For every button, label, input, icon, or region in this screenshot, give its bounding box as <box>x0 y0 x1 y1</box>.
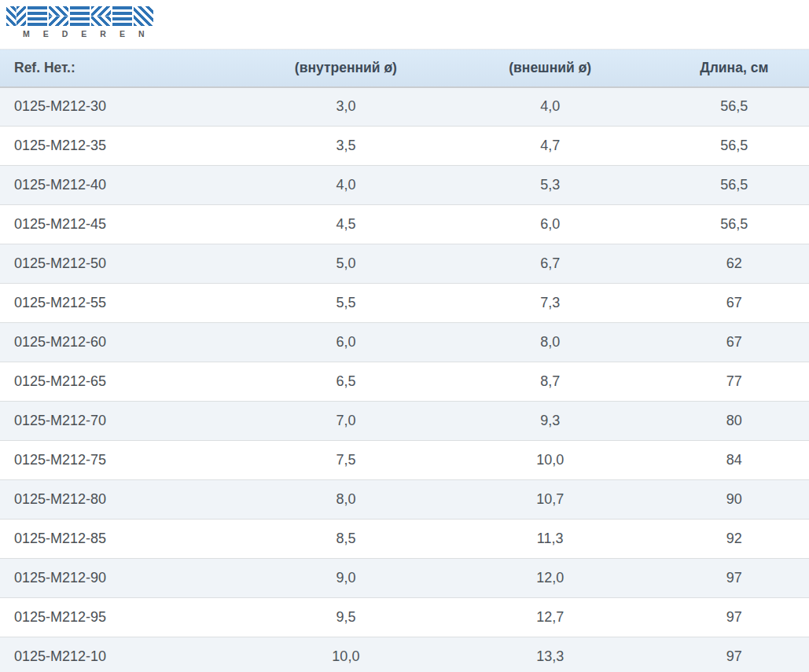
outer-diameter-cell: 12,7 <box>441 598 660 637</box>
outer-diameter-cell: 4,0 <box>441 87 660 127</box>
logo-tiles <box>6 6 809 26</box>
table-row: 0125-M212-303,04,056,5 <box>0 87 809 127</box>
outer-diameter-cell: 13,3 <box>441 637 660 672</box>
inner-diameter-cell: 6,5 <box>251 362 441 402</box>
inner-diameter-cell: 9,0 <box>251 559 441 598</box>
table-row: 0125-M212-656,58,777 <box>0 362 809 402</box>
table-row: 0125-M212-505,06,762 <box>0 244 809 284</box>
inner-diameter-cell: 5,0 <box>251 244 441 284</box>
logo-tile-d-icon <box>49 6 68 26</box>
table-header-row: Ref. Нет.: (внутренний ø) (внешний ø) Дл… <box>0 50 809 87</box>
table-row: 0125-M212-808,010,790 <box>0 480 809 520</box>
length-cell: 92 <box>660 520 809 559</box>
brand-header: MEDEREN <box>0 0 809 49</box>
inner-diameter-cell: 4,5 <box>251 205 441 244</box>
table-row: 0125-M212-707,09,380 <box>0 402 809 441</box>
outer-diameter-cell: 6,7 <box>441 244 660 284</box>
catalog-page: MEDEREN Ref. Нет.: (внутренний ø) (внешн… <box>0 0 809 672</box>
ref-cell: 0125-M212-75 <box>0 441 251 480</box>
outer-diameter-cell: 5,3 <box>441 166 660 205</box>
table-row: 0125-M212-454,56,056,5 <box>0 205 809 244</box>
ref-cell: 0125-M212-60 <box>0 323 251 362</box>
length-cell: 80 <box>660 402 809 441</box>
brand-name: MEDEREN <box>23 29 809 39</box>
table-row: 0125-M212-757,510,084 <box>0 441 809 480</box>
ref-cell: 0125-M212-50 <box>0 244 251 284</box>
table-body: 0125-M212-303,04,056,50125-M212-353,54,7… <box>0 87 809 672</box>
table-row: 0125-M212-404,05,356,5 <box>0 166 809 205</box>
inner-diameter-cell: 8,5 <box>251 520 441 559</box>
length-cell: 62 <box>660 244 809 284</box>
inner-diameter-cell: 5,5 <box>251 284 441 323</box>
table-row: 0125-M212-909,012,097 <box>0 559 809 598</box>
col-header-inner-diameter: (внутренний ø) <box>251 50 441 87</box>
ref-cell: 0125-M212-90 <box>0 559 251 598</box>
ref-cell: 0125-M212-80 <box>0 480 251 520</box>
table-row: 0125-M212-959,512,797 <box>0 598 809 637</box>
logo-tile-m-icon <box>6 6 26 26</box>
inner-diameter-cell: 9,5 <box>251 598 441 637</box>
table-row: 0125-M212-555,57,367 <box>0 284 809 323</box>
col-header-length: Длина, см <box>660 50 809 87</box>
logo-tile-e-icon <box>112 6 132 26</box>
length-cell: 56,5 <box>660 205 809 244</box>
length-cell: 56,5 <box>660 127 809 166</box>
mederen-logo: MEDEREN <box>6 6 809 39</box>
table-row: 0125-M212-858,511,392 <box>0 520 809 559</box>
table-row: 0125-M212-353,54,756,5 <box>0 127 809 166</box>
outer-diameter-cell: 10,0 <box>441 441 660 480</box>
inner-diameter-cell: 10,0 <box>251 637 441 672</box>
length-cell: 67 <box>660 323 809 362</box>
ref-cell: 0125-M212-65 <box>0 362 251 402</box>
length-cell: 90 <box>660 480 809 520</box>
length-cell: 84 <box>660 441 809 480</box>
ref-cell: 0125-M212-35 <box>0 127 251 166</box>
logo-tile-n-icon <box>134 6 153 26</box>
length-cell: 77 <box>660 362 809 402</box>
ref-cell: 0125-M212-45 <box>0 205 251 244</box>
col-header-outer-diameter: (внешний ø) <box>441 50 660 87</box>
length-cell: 56,5 <box>660 87 809 127</box>
logo-tile-r-icon <box>91 6 111 26</box>
table-row: 0125-M212-606,08,067 <box>0 323 809 362</box>
ref-cell: 0125-M212-55 <box>0 284 251 323</box>
col-header-ref: Ref. Нет.: <box>0 50 251 87</box>
logo-tile-e-icon <box>70 6 90 26</box>
logo-tile-e-icon <box>28 6 47 26</box>
outer-diameter-cell: 6,0 <box>441 205 660 244</box>
ref-cell: 0125-M212-10 <box>0 637 251 672</box>
inner-diameter-cell: 3,0 <box>251 87 441 127</box>
table-row: 0125-M212-1010,013,397 <box>0 637 809 672</box>
ref-cell: 0125-M212-70 <box>0 402 251 441</box>
length-cell: 97 <box>660 598 809 637</box>
length-cell: 97 <box>660 559 809 598</box>
outer-diameter-cell: 8,0 <box>441 323 660 362</box>
outer-diameter-cell: 9,3 <box>441 402 660 441</box>
product-size-table: Ref. Нет.: (внутренний ø) (внешний ø) Дл… <box>0 49 809 672</box>
inner-diameter-cell: 8,0 <box>251 480 441 520</box>
ref-cell: 0125-M212-95 <box>0 598 251 637</box>
inner-diameter-cell: 3,5 <box>251 127 441 166</box>
length-cell: 56,5 <box>660 166 809 205</box>
outer-diameter-cell: 11,3 <box>441 520 660 559</box>
ref-cell: 0125-M212-40 <box>0 166 251 205</box>
outer-diameter-cell: 10,7 <box>441 480 660 520</box>
outer-diameter-cell: 7,3 <box>441 284 660 323</box>
length-cell: 67 <box>660 284 809 323</box>
inner-diameter-cell: 4,0 <box>251 166 441 205</box>
inner-diameter-cell: 7,0 <box>251 402 441 441</box>
outer-diameter-cell: 8,7 <box>441 362 660 402</box>
ref-cell: 0125-M212-85 <box>0 520 251 559</box>
outer-diameter-cell: 12,0 <box>441 559 660 598</box>
inner-diameter-cell: 6,0 <box>251 323 441 362</box>
inner-diameter-cell: 7,5 <box>251 441 441 480</box>
ref-cell: 0125-M212-30 <box>0 87 251 127</box>
outer-diameter-cell: 4,7 <box>441 127 660 166</box>
length-cell: 97 <box>660 637 809 672</box>
